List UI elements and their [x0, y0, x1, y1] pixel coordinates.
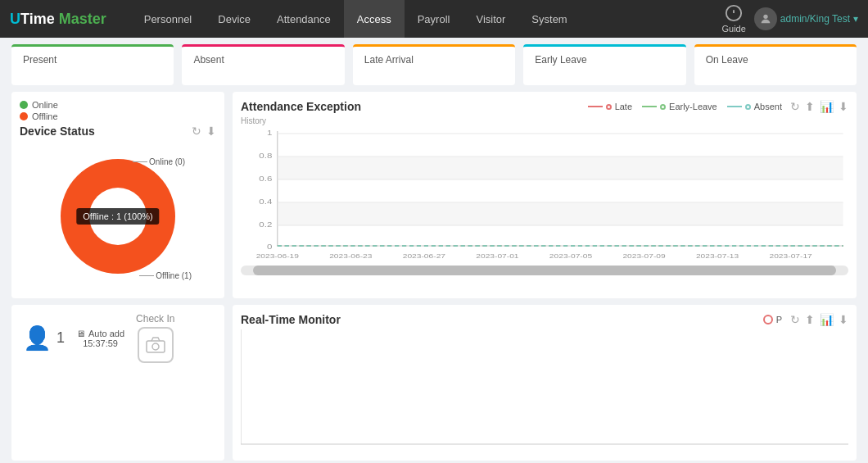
logo: UTime Master — [10, 11, 106, 28]
monitor-download-icon[interactable]: ⬇ — [839, 313, 848, 326]
auto-add-time: 15:37:59 — [83, 338, 118, 348]
stat-card-absent: Absent — [182, 44, 344, 85]
navbar: UTime Master PersonnelDeviceAttendanceAc… — [0, 0, 868, 38]
svg-text:2023-07-13: 2023-07-13 — [696, 252, 739, 260]
svg-text:2023-07-17: 2023-07-17 — [769, 252, 811, 260]
chevron-down-icon: ▾ — [853, 13, 858, 25]
offline-chart-label: Offline (1) — [139, 271, 192, 280]
history-label: History — [241, 116, 848, 125]
att-download-icon[interactable]: ⬇ — [839, 100, 848, 113]
legend-line — [642, 106, 657, 107]
svg-text:2023-07-01: 2023-07-01 — [476, 252, 518, 260]
stat-card-late: Late Arrival — [353, 44, 515, 85]
svg-text:2023-07-09: 2023-07-09 — [622, 252, 665, 260]
monitor-title: Real-Time Monitor — [241, 313, 341, 326]
monitor-chart-icon[interactable]: 📊 — [820, 313, 834, 326]
monitor-header: Real-Time Monitor P ↻ ⬆ 📊 ⬇ — [241, 313, 848, 326]
donut-chart: Online (0) Offline (1) Offline : 1 (100%… — [44, 143, 192, 290]
svg-text:0: 0 — [267, 243, 273, 251]
guide-button[interactable]: Guide — [721, 4, 745, 34]
online-legend-item: Online — [20, 100, 216, 110]
attendance-legend: LateEarly-LeaveAbsent — [588, 102, 782, 111]
stat-label-early-leave: Early Leave — [535, 54, 586, 66]
nav-item-personnel[interactable]: Personnel — [131, 0, 206, 38]
svg-point-29 — [152, 343, 159, 350]
online-chart-label: Online (0) — [133, 157, 185, 166]
monitor-chart — [241, 329, 848, 452]
legend-circle — [745, 104, 751, 110]
nav-item-visitor[interactable]: Visitor — [463, 0, 518, 38]
svg-text:2023-06-23: 2023-06-23 — [329, 252, 372, 260]
svg-text:0.6: 0.6 — [259, 175, 272, 183]
real-time-monitor-card: Real-Time Monitor P ↻ ⬆ 📊 ⬇ — [233, 305, 857, 461]
att-chart-icon[interactable]: 📊 — [820, 100, 834, 113]
attendance-exception-card: Attendance Exception LateEarly-LeaveAbse… — [233, 92, 857, 298]
activity-row: 👤 1 🖥 Auto add 15:37:59 Check In — [23, 313, 213, 363]
stat-label-late: Late Arrival — [364, 54, 414, 66]
nav-item-device[interactable]: Device — [205, 0, 264, 38]
svg-text:0.4: 0.4 — [259, 197, 272, 206]
auto-add-section: 🖥 Auto add 15:37:59 — [76, 329, 124, 348]
device-card-header: Device Status ↻ ⬇ — [20, 125, 216, 138]
person-count: 👤 1 — [23, 325, 65, 352]
stats-row: PresentAbsentLate ArrivalEarly LeaveOn L… — [0, 38, 868, 92]
nav-item-system[interactable]: System — [518, 0, 580, 38]
monitor-refresh-icon[interactable]: ↻ — [790, 313, 800, 326]
scrollbar-thumb[interactable] — [253, 266, 836, 275]
device-card-actions: ↻ ⬇ — [192, 125, 216, 138]
attendance-header: Attendance Exception LateEarly-LeaveAbse… — [241, 100, 848, 113]
stat-label-on-leave: On Leave — [706, 54, 748, 66]
bottom-row: 👤 1 🖥 Auto add 15:37:59 Check In — [0, 305, 868, 463]
offline-label: Offline — [32, 111, 58, 121]
monitor-card-actions: ↻ ⬆ 📊 ⬇ — [790, 313, 848, 326]
stat-card-early-leave: Early Leave — [523, 44, 685, 85]
chart-scrollbar[interactable] — [241, 266, 848, 275]
att-upload-icon[interactable]: ⬆ — [805, 100, 815, 113]
stat-label-absent: Absent — [193, 54, 224, 66]
svg-text:2023-06-19: 2023-06-19 — [256, 252, 299, 260]
checkin-section: Check In — [136, 313, 174, 363]
svg-point-4 — [89, 188, 147, 245]
nav-right: Guide admin/King Test ▾ — [721, 4, 858, 34]
nav-item-access[interactable]: Access — [344, 0, 405, 38]
att-legend-early-leave: Early-Leave — [642, 102, 717, 111]
activity-count: 1 — [57, 329, 65, 347]
activity-card: 👤 1 🖥 Auto add 15:37:59 Check In — [11, 305, 224, 461]
user-label: admin/King Test — [780, 13, 850, 25]
p-legend-label: P — [776, 315, 782, 325]
legend-circle — [660, 104, 666, 110]
att-refresh-icon[interactable]: ↻ — [790, 100, 800, 113]
svg-rect-16 — [278, 202, 843, 225]
monitor-legend: P — [763, 315, 782, 325]
camera-icon — [138, 327, 174, 363]
person-icon: 👤 — [23, 325, 52, 352]
attendance-card-actions: ↻ ⬆ 📊 ⬇ — [790, 100, 848, 113]
p-legend-dot — [763, 315, 773, 325]
legend-line — [727, 106, 742, 107]
attendance-title: Attendance Exception — [241, 100, 361, 113]
download-icon[interactable]: ⬇ — [206, 125, 216, 138]
user-menu[interactable]: admin/King Test ▾ — [754, 7, 858, 30]
attendance-chart: 1 0.8 0.6 0.4 0.2 0 2023-06-19 2023-06-2… — [241, 127, 848, 262]
monitor-upload-icon[interactable]: ⬆ — [805, 313, 815, 326]
offline-legend-item: Offline — [20, 111, 216, 121]
legend-circle — [606, 104, 612, 110]
svg-text:0.2: 0.2 — [259, 220, 272, 229]
offline-dot — [20, 112, 28, 120]
svg-text:1: 1 — [267, 129, 273, 137]
online-label: Online — [32, 100, 58, 110]
nav-item-payroll[interactable]: Payroll — [405, 0, 463, 38]
user-avatar — [754, 7, 777, 30]
device-legend: Online Offline — [20, 100, 216, 121]
refresh-icon[interactable]: ↻ — [192, 125, 201, 138]
svg-point-1 — [763, 15, 767, 19]
att-legend-absent: Absent — [727, 102, 782, 111]
device-status-title: Device Status — [20, 125, 95, 138]
nav-item-attendance[interactable]: Attendance — [264, 0, 344, 38]
svg-rect-11 — [278, 157, 843, 179]
svg-text:0.8: 0.8 — [259, 152, 272, 160]
nav-menu: PersonnelDeviceAttendanceAccessPayrollVi… — [131, 0, 722, 38]
svg-rect-28 — [147, 341, 165, 352]
online-dot — [20, 101, 28, 109]
stat-card-on-leave: On Leave — [694, 44, 857, 85]
